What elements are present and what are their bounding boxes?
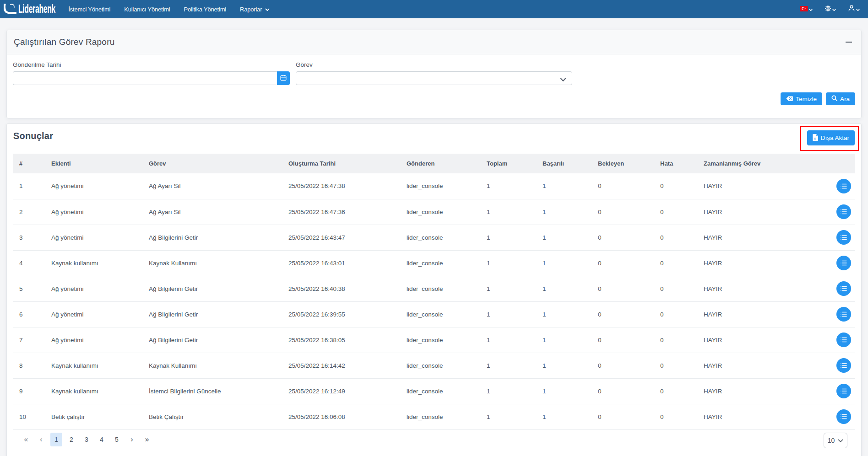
user-menu[interactable] [848,5,860,14]
table-cell: 2 [13,199,51,225]
row-actions-button[interactable] [836,179,851,193]
table-cell: Kaynak kullanımı [51,353,149,378]
table-cell: 0 [598,276,660,301]
table-row: 6Ağ yönetimiAğ Bilgilerini Getir25/05/20… [13,301,855,327]
results-table: #EklentiGörevOluşturma TarihiGönderenTop… [13,154,855,430]
pagination-next[interactable]: › [126,433,138,446]
table-cell: lider_console [407,404,487,429]
table-cell: 5 [13,276,51,301]
table-cell: 0 [598,250,660,276]
table-cell: lider_console [407,199,487,225]
search-button[interactable]: Ara [826,92,855,105]
row-actions-button[interactable] [836,256,851,270]
table-row: 10Betik çalıştırBetik Çalıştır25/05/2022… [13,404,855,429]
pagination-first[interactable]: « [20,433,32,446]
row-actions-button[interactable] [836,409,851,424]
table-cell: Ağ yönetimi [51,327,149,353]
table-cell: 10 [13,404,51,429]
nav-item-label: Kullanıcı Yönetimi [124,6,170,13]
nav-item-4[interactable]: Raporlar [233,0,277,18]
table-cell: 0 [660,404,704,429]
clear-button[interactable]: Temizle [781,92,822,105]
row-actions-button[interactable] [836,307,851,322]
table-cell: 1 [487,276,542,301]
table-cell: lider_console [407,250,487,276]
nav-item-1[interactable]: İstemci Yönetimi [61,0,117,18]
pagination-page-1[interactable]: 1 [50,433,62,446]
row-actions-button[interactable] [836,384,851,398]
file-excel-icon: x [813,134,818,142]
search-icon [831,95,837,102]
table-cell: HAYIR [704,301,827,327]
brand-text: Liderahenk [18,2,55,16]
page-size-select[interactable]: 10 [824,433,847,448]
brand-logo[interactable]: Liderahenk [4,2,59,16]
pagination-prev[interactable]: ‹ [35,433,47,446]
list-icon [841,235,847,240]
table-cell: 0 [598,378,660,404]
table-cell-actions [827,250,855,276]
pagination-page-4[interactable]: 4 [96,433,108,446]
task-field-label: Görev [296,62,572,68]
table-cell: Ağ Ayarı Sil [149,199,288,225]
user-icon [848,5,855,14]
table-cell: 25/05/2022 16:47:38 [288,173,407,199]
table-cell: 1 [542,353,598,378]
column-header-4: Oluşturma Tarihi [288,154,407,173]
table-row: 7Ağ yönetimiAğ Bilgilerini Getir25/05/20… [13,327,855,353]
table-cell: 0 [598,173,660,199]
column-header-5: Gönderen [407,154,487,173]
table-cell: 0 [660,378,704,404]
row-actions-button[interactable] [836,358,851,373]
pagination-page-5[interactable]: 5 [111,433,123,446]
list-icon [841,311,847,317]
filter-card: Çalıştırılan Görev Raporu Gönderilme Tar… [6,30,862,118]
calendar-button[interactable] [277,71,290,85]
table-cell: 1 [542,327,598,353]
table-cell: 6 [13,301,51,327]
pagination-last[interactable]: » [141,433,153,446]
table-cell: HAYIR [704,378,827,404]
settings-menu[interactable] [825,5,836,14]
nav-menu: İstemci YönetimiKullanıcı YönetimiPoliti… [61,0,277,18]
table-row: 2Ağ yönetimiAğ Ayarı Sil25/05/2022 16:47… [13,199,855,225]
table-cell: 9 [13,378,51,404]
table-cell: 1 [542,276,598,301]
nav-right [800,5,860,14]
table-cell: 1 [487,199,542,225]
table-cell: Ağ yönetimi [51,276,149,301]
row-actions-button[interactable] [836,230,851,245]
task-select[interactable] [296,71,572,85]
chevron-down-icon [832,5,836,13]
table-cell: 0 [660,327,704,353]
column-header-2: Eklenti [51,154,149,173]
nav-item-3[interactable]: Politika Yönetimi [177,0,233,18]
date-input[interactable] [13,71,277,85]
table-cell: 3 [13,225,51,250]
table-cell: 25/05/2022 16:38:05 [288,327,407,353]
table-cell: 25/05/2022 16:39:55 [288,301,407,327]
chevron-down-icon [265,6,270,13]
pagination-page-3[interactable]: 3 [81,433,92,446]
table-cell: HAYIR [704,404,827,429]
table-cell-actions [827,276,855,301]
table-cell: lider_console [407,173,487,199]
table-cell: Ağ Bilgilerini Getir [149,327,288,353]
collapse-button[interactable] [846,38,853,46]
row-actions-button[interactable] [836,333,851,347]
table-cell: 1 [542,225,598,250]
table-cell: lider_console [407,327,487,353]
pagination-page-2[interactable]: 2 [65,433,77,446]
row-actions-button[interactable] [836,281,851,296]
language-menu[interactable] [800,5,813,13]
table-cell: 4 [13,250,51,276]
table-cell: Ağ Ayarı Sil [149,173,288,199]
nav-item-label: Raporlar [240,6,262,13]
table-cell: Ağ Bilgilerini Getir [149,276,288,301]
nav-item-2[interactable]: Kullanıcı Yönetimi [117,0,177,18]
table-cell: Kaynak kullanımı [51,250,149,276]
export-button[interactable]: x Dışa Aktar [807,130,855,145]
list-icon [841,183,847,189]
row-actions-button[interactable] [836,204,851,219]
navbar: Liderahenk İstemci YönetimiKullanıcı Yön… [0,0,868,18]
